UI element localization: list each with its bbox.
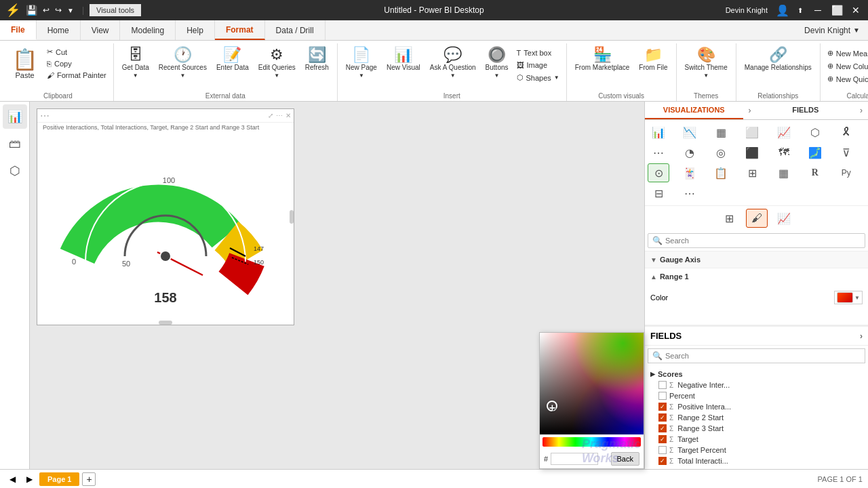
quick-access-save[interactable]: 💾 [26,5,37,16]
viz-stacked-bar-icon[interactable]: ▦ [710,123,732,142]
format-paint-icon[interactable]: 🖌 [746,209,768,228]
viz-scatter-icon[interactable]: ⋯ [648,143,669,162]
viz-area-icon[interactable]: ⬡ [804,123,826,142]
tab-format[interactable]: Format [215,20,265,40]
model-view-icon[interactable]: ⬡ [3,159,27,183]
next-page-button[interactable]: ▶ [22,473,37,485]
close-frame-button[interactable]: ✕ [285,112,291,119]
user-chevron[interactable]: ▼ [853,26,860,34]
field-item-percent[interactable]: Percent [648,390,865,401]
tab-file[interactable]: File [0,20,37,40]
refresh-button[interactable]: 🔄 Refresh [301,45,333,74]
viz-matrix-icon[interactable]: ⊞ [741,163,763,182]
add-page-button[interactable]: + [82,472,96,486]
field-item-total[interactable]: ✓ Σ Total Interacti... [648,455,865,466]
range1-section[interactable]: ▲ Range 1 [645,268,868,285]
shapes-button[interactable]: ⬡ Shapes ▼ [514,72,562,83]
analytics-format-icon[interactable]: 📈 [773,209,795,228]
field-item-target-percent[interactable]: Σ Target Percent [648,445,865,455]
copy-button[interactable]: ⎘ Copy [44,58,109,69]
more-frame-button[interactable]: ⋯ [276,112,283,119]
expand-icon[interactable]: ⬆ [797,7,803,14]
viz-gauge-icon[interactable]: ⊙ [648,163,669,182]
page-1-tab[interactable]: Page 1 [39,472,79,486]
quick-access-more[interactable]: ▼ [67,7,74,14]
prev-page-button[interactable]: ◀ [5,473,20,485]
field-item-target[interactable]: ✓ Σ Target [648,434,865,445]
viz-donut-icon[interactable]: ◎ [710,143,732,162]
color-gradient-area[interactable]: + [540,333,644,434]
viz-stacked-bar-100-icon[interactable]: ⬜ [741,123,763,142]
from-marketplace-button[interactable]: 🏪 From Marketplace [571,45,634,74]
maximize-button[interactable]: ⬜ [830,5,844,16]
viz-r-icon[interactable]: R [804,163,826,182]
visual-frame[interactable]: ⋯ ⤢ ⋯ ✕ Positive Interactions, Total Int… [37,108,294,325]
viz-kpi-icon[interactable]: 📋 [710,163,732,182]
panel-tab-arrow-right[interactable]: › [743,102,757,119]
viz-filled-map-icon[interactable]: 🗾 [804,143,826,162]
recent-sources-button[interactable]: 🕐 Recent Sources ▼ [155,45,211,81]
new-page-button[interactable]: 📄 New Page ▼ [342,45,381,81]
viz-ribbon-icon[interactable]: 🎗 [835,123,857,142]
new-quick-measure-button[interactable]: ⊕ New Quick Measure [825,73,868,85]
field-checkbox-target-percent[interactable] [658,446,667,454]
fields-arrow[interactable]: › [860,331,863,341]
minimize-button[interactable]: ─ [811,5,825,16]
field-checkbox-percent[interactable] [658,392,667,400]
viz-python-icon[interactable]: Py [835,163,857,182]
buttons-button[interactable]: 🔘 Buttons ▼ [481,45,513,81]
ask-question-button[interactable]: 💬 Ask A Question ▼ [426,45,480,81]
viz-bar-chart-icon[interactable]: 📊 [648,123,669,142]
viz-bar-horizontal-icon[interactable]: 📉 [679,123,701,142]
edit-queries-button[interactable]: ⚙ Edit Queries ▼ [254,45,300,81]
enter-data-button[interactable]: 📝 Enter Data [212,45,253,74]
field-item-negative[interactable]: Σ Negative Inter... [648,380,865,390]
tab-data-drill[interactable]: Data / Drill [265,20,326,40]
text-box-button[interactable]: T Text box [514,47,562,58]
field-item-range3[interactable]: ✓ Σ Range 3 Start [648,423,865,434]
new-measure-button[interactable]: ⊕ New Measure [825,47,868,59]
viz-map-icon[interactable]: 🗺 [773,143,795,162]
panel-tab-arrow-fields[interactable]: › [854,102,868,119]
quick-access-redo[interactable]: ↪ [55,5,62,15]
new-visual-button[interactable]: 📊 New Visual [382,45,425,74]
viz-card-icon[interactable]: 🃏 [679,163,701,182]
quick-access-undo[interactable]: ↩ [43,5,50,15]
fields-search-input[interactable] [665,352,861,360]
field-checkbox-target[interactable]: ✓ [658,435,667,443]
manage-relationships-button[interactable]: 🔗 Manage Relationships [741,45,816,74]
fields-tab[interactable]: FIELDS [757,102,855,119]
field-checkbox-total[interactable]: ✓ [658,457,667,465]
new-column-button[interactable]: ⊕ New Column [825,60,868,72]
resize-handle-right[interactable] [290,210,294,224]
close-button[interactable]: ✕ [849,5,863,16]
viz-more-icon[interactable]: ⋯ [679,184,701,203]
image-button[interactable]: 🖼 Image [514,60,562,70]
report-view-icon[interactable]: 📊 [3,104,27,129]
visual-tools-tab[interactable]: Visual tools [90,4,141,16]
viz-table-icon[interactable]: ▦ [773,163,795,182]
scores-group-header[interactable]: ▶ Scores [648,369,865,380]
tab-modeling[interactable]: Modeling [120,20,176,40]
switch-theme-button[interactable]: 🎨 Switch Theme ▼ [681,45,732,81]
viz-slicer-icon[interactable]: ⊟ [648,184,669,203]
tab-home[interactable]: Home [37,20,81,40]
expand-frame-button[interactable]: ⤢ [268,112,273,119]
get-data-button[interactable]: 🗄 Get Data ▼ [118,45,153,81]
format-painter-button[interactable]: 🖌 Format Painter [44,70,109,81]
tab-help[interactable]: Help [176,20,215,40]
field-checkbox-negative[interactable] [658,381,667,389]
data-view-icon[interactable]: 🗃 [3,131,27,156]
from-file-button[interactable]: 📁 From File [635,45,671,74]
field-checkbox-range3[interactable]: ✓ [658,424,667,432]
viz-line-icon[interactable]: 📈 [773,123,795,142]
gauge-axis-section[interactable]: ▼ Gauge Axis [645,251,868,268]
field-item-range2[interactable]: ✓ Σ Range 2 Start [648,412,865,423]
resize-handle-bottom[interactable] [159,321,172,325]
viz-treemap-icon[interactable]: ⬛ [741,143,763,162]
viz-pie-icon[interactable]: ◔ [679,143,701,162]
tab-view[interactable]: View [81,20,121,40]
paste-button[interactable]: 📋 Paste [7,45,43,82]
field-checkbox-range2[interactable]: ✓ [658,413,667,422]
visualizations-tab[interactable]: VISUALIZATIONS [645,102,743,119]
